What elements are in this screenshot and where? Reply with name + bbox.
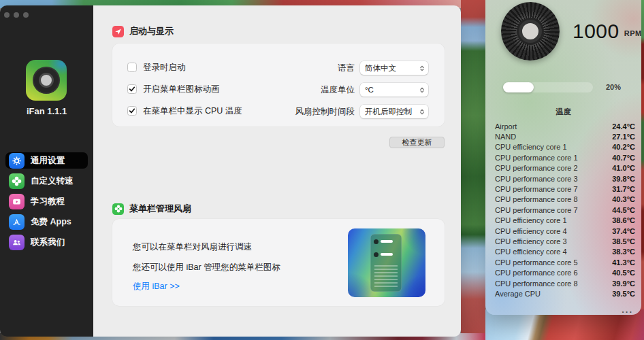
temp-row: CPU performance core 7 31.7°C <box>495 184 635 194</box>
fan-turbine-icon <box>501 2 560 61</box>
ibar-link[interactable]: 使用 iBar >> <box>133 281 180 292</box>
temp-sensor-value: 27.1°C <box>612 133 635 141</box>
rpm-unit: RPM <box>624 29 641 37</box>
checkbox-row-menubar-animation[interactable]: 开启菜单栏图标动画 <box>127 82 220 97</box>
checkbox-label: 开启菜单栏图标动画 <box>143 84 220 95</box>
sidebar-item-label: 联系我们 <box>31 237 65 248</box>
sidebar-item-label: 免费 Apps <box>31 216 71 228</box>
traffic-light-minimize[interactable] <box>14 12 19 18</box>
launch-display-card: 登录时启动 开启菜单栏图标动画 在菜单栏中显示 CPU 温度 语言 简体中文 <box>112 44 445 126</box>
select-value: 开机后即控制 <box>365 107 419 117</box>
select-value: 简体中文 <box>365 63 419 73</box>
section-title: 菜单栏管理风扇 <box>129 203 191 215</box>
menubar-fan-line2: 您还可以使用 iBar 管理您的菜单栏图标 <box>133 262 280 273</box>
sidebar-item-general-settings[interactable]: 通用设置 <box>5 152 88 169</box>
sidebar-item-label: 自定义转速 <box>31 175 74 187</box>
temp-sensor-value: 38.5°C <box>612 237 635 245</box>
temp-sensor-name: CPU performance core 7 <box>495 206 578 214</box>
sidebar-nav: 通用设置 自定义转速 学习教程 免费 Apps <box>5 152 88 254</box>
chevron-updown-icon <box>419 107 425 116</box>
fan-speed-percent: 20% <box>606 83 621 91</box>
temp-row: CPU performance core 8 40.3°C <box>495 194 635 205</box>
temp-sensor-name: CPU efficiency core 4 <box>495 248 567 256</box>
menubar-fan-line1: 您可以在菜单栏对风扇进行调速 <box>133 241 252 253</box>
rpm-value: 1000 <box>573 20 619 43</box>
traffic-light-close[interactable] <box>4 12 10 18</box>
temp-row: CPU performance core 2 41.0°C <box>495 163 635 173</box>
temp-sensor-name: CPU performance core 3 <box>495 175 578 183</box>
paper-plane-icon <box>112 26 124 37</box>
temp-sensor-name: CPU performance core 8 <box>495 279 578 288</box>
check-update-button[interactable]: 检查更新 <box>389 137 445 148</box>
ibar-preview-image <box>348 228 425 297</box>
temp-sensor-value: 39.8°C <box>612 175 635 183</box>
temp-sensor-value: 40.3°C <box>612 195 635 203</box>
temp-sensor-value: 38.3°C <box>612 248 635 256</box>
traffic-light-zoom[interactable] <box>23 12 29 18</box>
checkbox-icon[interactable] <box>127 84 137 94</box>
temp-row: CPU efficiency core 4 37.4°C <box>495 226 635 236</box>
temp-sensor-name: Average CPU <box>495 290 541 298</box>
temp-sensor-value: 38.6°C <box>612 216 635 224</box>
temp-sensor-name: NAND <box>495 133 516 141</box>
app-logo <box>26 60 67 101</box>
temp-sensor-name: CPU performance core 8 <box>495 195 578 203</box>
rpm-readout: 1000 RPM <box>573 0 641 63</box>
checkbox-label: 登录时启动 <box>143 62 186 73</box>
sidebar-item-custom-speed[interactable]: 自定义转速 <box>5 173 88 189</box>
temp-sensor-value: 40.2°C <box>612 143 635 151</box>
app-version-label: iFan 1.1.1 <box>0 106 93 116</box>
sidebar-item-contact-us[interactable]: 联系我们 <box>5 234 88 250</box>
sidebar-item-tutorials[interactable]: 学习教程 <box>5 193 88 209</box>
app-logo-lens-icon <box>33 67 60 94</box>
fan-speed-slider[interactable] <box>503 82 593 92</box>
temp-sensor-value: 39.9°C <box>612 279 635 288</box>
more-options-button[interactable]: ... <box>622 307 633 313</box>
temp-sensor-name: CPU performance core 6 <box>495 269 578 277</box>
fan-icon <box>9 173 25 189</box>
temp-row: CPU performance core 1 40.7°C <box>495 152 635 163</box>
temp-sensor-value: 40.7°C <box>612 154 635 162</box>
sidebar-item-label: 通用设置 <box>31 155 65 167</box>
window-controls <box>4 12 29 18</box>
checkbox-icon[interactable] <box>127 63 137 72</box>
checkbox-row-launch-at-login[interactable]: 登录时启动 <box>127 60 186 75</box>
sidebar-item-free-apps[interactable]: 免费 Apps <box>5 214 88 230</box>
temp-row: NAND 27.1°C <box>495 131 635 141</box>
section-title: 启动与显示 <box>129 25 174 37</box>
sidebar-item-label: 学习教程 <box>31 196 65 207</box>
temp-sensor-value: 41.0°C <box>612 164 635 172</box>
select-label: 风扇控制时间段 <box>295 106 355 118</box>
checkbox-icon[interactable] <box>127 106 137 116</box>
temp-sensor-value: 37.4°C <box>612 227 635 235</box>
temp-sensor-name: Airport <box>495 122 517 131</box>
temp-sensor-name: CPU efficiency core 1 <box>495 216 567 224</box>
temp-sensor-value: 24.4°C <box>612 122 635 131</box>
temps-title: 温度 <box>485 107 641 117</box>
wallpaper-gap <box>461 0 485 340</box>
temp-row: CPU performance core 3 39.8°C <box>495 173 635 184</box>
checkbox-row-show-cpu-temp[interactable]: 在菜单栏中显示 CPU 温度 <box>127 103 242 118</box>
temp-row: CPU performance core 5 41.3°C <box>495 257 635 267</box>
temp-sensor-name: CPU efficiency core 4 <box>495 227 567 235</box>
preview-panel <box>370 234 402 292</box>
language-select[interactable]: 简体中文 <box>360 61 428 75</box>
temp-row: CPU efficiency core 3 38.5°C <box>495 236 635 246</box>
fan-control-period-select[interactable]: 开机后即控制 <box>360 105 428 118</box>
temp-sensor-name: CPU performance core 1 <box>495 154 578 162</box>
play-icon <box>9 194 25 209</box>
select-row-temp-unit: 温度单位 °C <box>321 82 428 97</box>
temperature-list: Airport 24.4°C NAND 27.1°C CPU efficienc… <box>495 121 635 299</box>
fan-speed-slider-fill[interactable] <box>503 82 534 92</box>
ifan-settings-window: iFan 1.1.1 通用设置 自定义转速 学习教程 <box>0 5 461 337</box>
appstore-icon <box>9 214 25 230</box>
temp-row: CPU efficiency core 1 38.6°C <box>495 216 635 226</box>
temp-unit-select[interactable]: °C <box>360 83 428 97</box>
temp-sensor-name: CPU performance core 2 <box>495 164 578 172</box>
temp-row: Average CPU 39.5°C <box>495 288 635 299</box>
temp-row: CPU efficiency core 1 40.2°C <box>495 142 635 152</box>
temp-sensor-value: 31.7°C <box>612 185 635 193</box>
select-row-fan-control-period: 风扇控制时间段 开机后即控制 <box>295 104 429 119</box>
select-value: °C <box>365 86 419 94</box>
temp-sensor-name: CPU performance core 7 <box>495 185 578 193</box>
